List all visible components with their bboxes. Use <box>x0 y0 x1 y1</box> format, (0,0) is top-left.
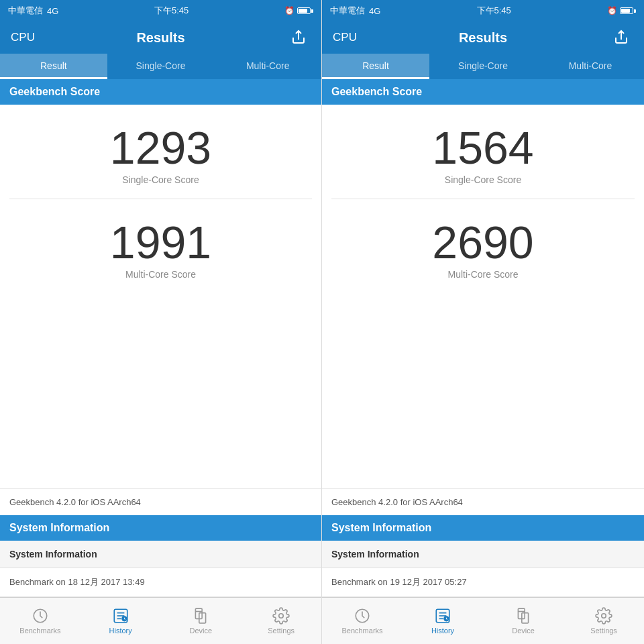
benchmark-row-left: Benchmark on 18 12月 2017 13:49 <box>0 568 321 597</box>
section-header-left: Geekbench Score <box>0 79 321 105</box>
tab-result-right[interactable]: Result <box>322 54 429 79</box>
network-right: 4G <box>369 6 380 16</box>
status-left-right: 中華電信 4G <box>330 5 380 17</box>
alarm-icon: ⏰ <box>284 6 294 15</box>
bottom-tab-device-right[interactable]: Device <box>483 598 564 644</box>
footer-info-right: Geekbench 4.2.0 for iOS AArch64 <box>322 488 644 515</box>
settings-label-left: Settings <box>268 627 294 635</box>
bottom-tab-bar-left: Benchmarks History Device <box>0 597 321 644</box>
tab-single-left[interactable]: Single-Core <box>107 54 215 79</box>
back-button-right[interactable]: CPU <box>331 31 358 44</box>
device-icon-left <box>192 607 209 625</box>
history-icon-left <box>112 607 129 625</box>
settings-icon-left <box>272 607 290 625</box>
status-icons-right: ⏰ <box>607 6 636 15</box>
system-header-left: System Information <box>0 515 321 541</box>
device-label-left: Device <box>190 627 213 635</box>
multi-core-score-left: 1991 <box>110 219 211 265</box>
status-bar-left: 中華電信 4G 下午5:45 ⏰ <box>0 0 321 21</box>
multi-core-score-right: 2690 <box>432 219 533 265</box>
share-icon-left <box>290 30 307 46</box>
tab-single-right[interactable]: Single-Core <box>429 54 537 79</box>
bottom-tab-history-right[interactable]: History <box>402 598 483 644</box>
multi-core-label-right: Multi-Core Score <box>447 269 518 280</box>
history-icon-right <box>434 607 451 625</box>
single-core-block-right: 1564 Single-Core Score <box>322 105 644 199</box>
header-title-right: Results <box>358 30 608 46</box>
back-button-left[interactable]: CPU <box>9 31 36 44</box>
multi-core-block-right: 2690 Multi-Core Score <box>322 199 644 293</box>
right-panel: 中華電信 4G 下午5:45 ⏰ CPU Results Result Si <box>322 0 644 644</box>
section-header-right: Geekbench Score <box>322 79 644 105</box>
tab-result-left[interactable]: Result <box>0 54 107 79</box>
share-button-right[interactable] <box>608 30 635 46</box>
battery-icon-right <box>620 7 636 14</box>
tab-multi-right[interactable]: Multi-Core <box>537 54 644 79</box>
bottom-tab-benchmarks-left[interactable]: Benchmarks <box>0 598 80 644</box>
benchmarks-icon-left <box>32 607 49 625</box>
bottom-tab-settings-left[interactable]: Settings <box>241 598 321 644</box>
settings-label-right: Settings <box>590 627 617 635</box>
system-header-right: System Information <box>322 515 644 541</box>
scores-area-left: 1293 Single-Core Score 1991 Multi-Core S… <box>0 105 321 488</box>
system-row-right: System Information <box>322 541 644 568</box>
share-button-left[interactable] <box>285 30 312 46</box>
single-core-score-right: 1564 <box>432 125 533 170</box>
alarm-icon-right: ⏰ <box>607 6 617 15</box>
benchmark-row-right: Benchmark on 19 12月 2017 05:27 <box>322 568 644 597</box>
bottom-tab-settings-right[interactable]: Settings <box>564 598 644 644</box>
status-left: 中華電信 4G <box>8 5 58 17</box>
multi-core-block-left: 1991 Multi-Core Score <box>0 199 321 293</box>
device-icon-right <box>515 607 532 625</box>
single-core-label-left: Single-Core Score <box>122 174 199 185</box>
bottom-tab-device-left[interactable]: Device <box>161 598 241 644</box>
share-icon-right <box>613 30 629 46</box>
network-left: 4G <box>47 6 58 16</box>
device-label-right: Device <box>512 627 535 635</box>
svg-point-12 <box>279 614 284 619</box>
system-row-left: System Information <box>0 541 321 568</box>
battery-icon <box>297 7 313 14</box>
status-bar-right: 中華電信 4G 下午5:45 ⏰ <box>322 0 644 21</box>
settings-icon-right <box>595 607 612 625</box>
header-title-left: Results <box>36 30 285 46</box>
footer-info-left: Geekbench 4.2.0 for iOS AArch64 <box>0 488 321 515</box>
svg-point-25 <box>602 614 606 619</box>
time-right: 下午5:45 <box>477 5 511 17</box>
tab-multi-left[interactable]: Multi-Core <box>214 54 321 79</box>
single-core-score-left: 1293 <box>110 125 211 170</box>
benchmarks-icon-right <box>354 607 371 625</box>
carrier-left: 中華電信 <box>8 5 43 17</box>
tab-bar-right: Result Single-Core Multi-Core <box>322 54 644 79</box>
single-core-label-right: Single-Core Score <box>445 174 521 185</box>
benchmarks-label-right: Benchmarks <box>341 627 382 635</box>
header-right: CPU Results <box>322 21 644 54</box>
bottom-tab-history-left[interactable]: History <box>80 598 161 644</box>
time-left: 下午5:45 <box>154 5 189 17</box>
carrier-right: 中華電信 <box>330 5 365 17</box>
left-panel: 中華電信 4G 下午5:45 ⏰ CPU Results Result Si <box>0 0 322 644</box>
header-left: CPU Results <box>0 21 321 54</box>
bottom-tab-benchmarks-right[interactable]: Benchmarks <box>322 598 402 644</box>
bottom-tab-bar-right: Benchmarks History Device <box>322 597 644 644</box>
status-icons-left: ⏰ <box>284 6 313 15</box>
benchmarks-label-left: Benchmarks <box>19 627 60 635</box>
tab-bar-left: Result Single-Core Multi-Core <box>0 54 321 79</box>
history-label-right: History <box>431 627 454 635</box>
scores-area-right: 1564 Single-Core Score 2690 Multi-Core S… <box>322 105 644 488</box>
multi-core-label-left: Multi-Core Score <box>125 269 196 280</box>
history-label-left: History <box>109 627 132 635</box>
single-core-block-left: 1293 Single-Core Score <box>0 105 321 199</box>
